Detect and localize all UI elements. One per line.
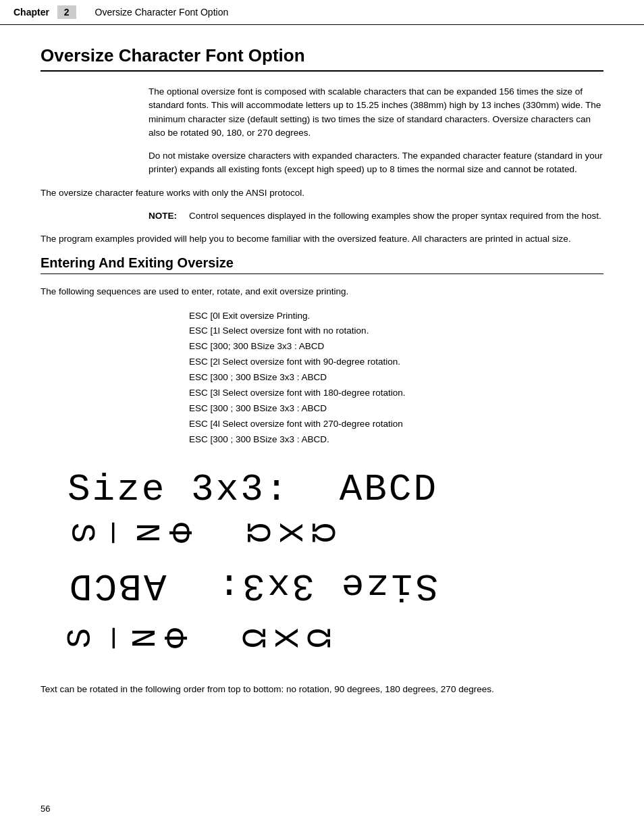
char-x-270: X [272, 621, 306, 648]
display-row-1: Size 3x3: ABCD [41, 471, 603, 509]
header-bar: Chapter 2 Oversize Character Font Option [0, 0, 644, 25]
seq-8: ESC [4l Select oversize font with 270-de… [189, 417, 603, 432]
display-row-4: S — N Φ Ω X Ω [41, 618, 603, 652]
seq-6: ESC [3l Select oversize font with 180-de… [189, 386, 603, 401]
page-number: 56 [41, 804, 50, 814]
char-dash-90: — [97, 523, 130, 550]
page-title: Oversize Character Font Option [41, 45, 603, 72]
chapter-word: Chapter [14, 7, 49, 18]
seq-2: ESC [1l Select oversize font with no rot… [189, 323, 603, 339]
display-row-3: Size 3x3: ABCD [41, 564, 603, 607]
char-s-270: S [64, 621, 98, 648]
note-label: NOTE: [149, 209, 186, 223]
char-n-90: N [129, 523, 163, 550]
seq-7: ESC [300 ; 300 BSize 3x3 : ABCD [189, 401, 603, 417]
paragraph-2: Do not mistake oversize characters with … [149, 149, 603, 177]
header-title: Oversize Character Font Option [95, 7, 229, 18]
section2-intro: The following sequences are used to ente… [41, 285, 603, 298]
char-omega1-270: Ω [240, 621, 273, 648]
char-omega1-90: Ω [240, 523, 273, 550]
char-phi-90: Φ [161, 523, 195, 550]
char-x-90: X [272, 523, 306, 550]
sequences-block: ESC [0l Exit oversize Printing. ESC [1l … [189, 309, 603, 448]
seq-5: ESC [300 ; 300 BSize 3x3 : ABCD [189, 370, 603, 386]
visual-display: Size 3x3: ABCD S — N Φ Ω X Ω Size 3x3: A… [41, 464, 603, 669]
seq-4: ESC [2l Select oversize font with 90-deg… [189, 355, 603, 370]
seq-9: ESC [300 ; 300 BSize 3x3 : ABCD. [189, 432, 603, 448]
note-text: Control sequences displayed in the follo… [189, 209, 601, 223]
char-n-270: N [129, 621, 163, 648]
char-omega2-90: Ω [304, 523, 338, 550]
chapter-number: 2 [57, 5, 76, 19]
seq-1: ESC [0l Exit oversize Printing. [189, 309, 603, 324]
char-s-90: S [64, 523, 98, 550]
page-content: Oversize Character Font Option The optio… [0, 25, 644, 744]
char-omega2-270: Ω [304, 621, 338, 648]
footer-text: Text can be rotated in the following ord… [41, 683, 603, 696]
display-row-2: S — N Φ Ω X Ω [41, 519, 603, 553]
section2-title: Entering And Exiting Oversize [41, 255, 603, 274]
char-phi-270: Φ [161, 621, 195, 648]
paragraph-3: The oversize character feature works wit… [41, 186, 603, 200]
seq-3: ESC [300; 300 BSize 3x3 : ABCD [189, 339, 603, 355]
chapter-label: Chapter 2 [14, 5, 82, 19]
paragraph-1: The optional oversize font is composed w… [149, 85, 603, 140]
note-block: NOTE: Control sequences displayed in the… [149, 209, 603, 223]
char-dash-270: — [97, 621, 130, 648]
paragraph-4: The program examples provided will help … [41, 232, 603, 246]
